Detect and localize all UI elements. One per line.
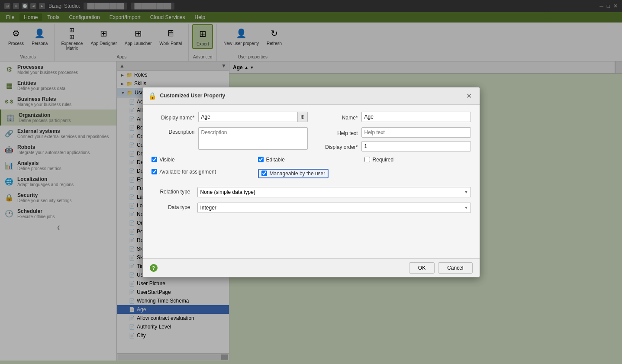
- required-checkbox[interactable]: [364, 157, 370, 162]
- checkboxes-row: Visible Available for assignment Editabl…: [151, 157, 471, 182]
- modal-footer-right: OK Cancel: [409, 262, 473, 274]
- form-row-relation-type: Relation type None (simple data type): [151, 187, 471, 197]
- checkbox-editable-row: Editable: [258, 157, 364, 163]
- form-right-fields: Help text Display order*: [315, 127, 471, 151]
- form-row-data-type: Data type Integer String Boolean DateTim…: [151, 203, 471, 213]
- modal-customized-user-property: 🔒 Customized User Property ✕ Display nam…: [142, 87, 480, 277]
- form-description-section: Description: [151, 127, 308, 150]
- form-display-name-section: Display name* ⊕: [151, 112, 308, 122]
- display-order-row: Display order*: [315, 141, 471, 151]
- visible-checkbox[interactable]: [151, 157, 157, 162]
- visible-label: Visible: [160, 157, 175, 163]
- modal-footer: ? OK Cancel: [143, 258, 480, 277]
- manageable-by-user-label: Manageable by the user: [270, 171, 326, 177]
- checkboxes-middle: Editable Manageable by the user: [258, 157, 364, 182]
- display-order-input[interactable]: [361, 141, 471, 151]
- modal-footer-left: ?: [150, 264, 158, 272]
- display-name-label: Display name*: [151, 113, 195, 121]
- editable-checkbox[interactable]: [258, 157, 264, 162]
- checkboxes-left: Visible Available for assignment: [151, 157, 258, 182]
- form-row-display-name: Display name* ⊕ Name*: [151, 112, 471, 122]
- modal-body: Display name* ⊕ Name* Description: [143, 105, 480, 258]
- modal-title-text: Customized User Property: [160, 93, 226, 99]
- ok-button[interactable]: OK: [409, 262, 435, 274]
- display-order-label: Display order*: [315, 142, 358, 150]
- checkbox-available-row: Available for assignment: [151, 169, 258, 175]
- form-row-description: Description Help text Display order*: [151, 127, 471, 151]
- modal-header-icon: 🔒: [148, 92, 157, 100]
- display-name-btn[interactable]: ⊕: [298, 112, 308, 122]
- relation-type-select[interactable]: None (simple data type): [197, 187, 471, 197]
- help-text-input[interactable]: [361, 127, 471, 138]
- modal-overlay: 🔒 Customized User Property ✕ Display nam…: [0, 0, 622, 364]
- manageable-by-user-checkbox[interactable]: [261, 171, 267, 176]
- name-input[interactable]: [361, 112, 471, 122]
- modal-header: 🔒 Customized User Property ✕: [143, 87, 480, 105]
- description-textarea[interactable]: [198, 127, 308, 150]
- available-for-assignment-label: Available for assignment: [160, 169, 216, 175]
- description-label: Description: [151, 127, 195, 135]
- data-type-select[interactable]: Integer String Boolean DateTime Decimal: [197, 203, 471, 213]
- cancel-button[interactable]: Cancel: [438, 262, 472, 274]
- name-label: Name*: [315, 113, 358, 121]
- checkboxes-right: Required: [364, 157, 471, 182]
- relation-type-select-wrapper: None (simple data type): [197, 187, 471, 197]
- manageable-by-user-highlight-box: Manageable by the user: [258, 169, 329, 178]
- display-name-input-wrapper: ⊕: [198, 112, 308, 122]
- help-text-row: Help text: [315, 127, 471, 138]
- modal-header-title: 🔒 Customized User Property: [148, 92, 226, 100]
- checkbox-visible-row: Visible: [151, 157, 258, 163]
- editable-label: Editable: [266, 157, 285, 163]
- display-name-input[interactable]: [198, 112, 298, 122]
- help-icon[interactable]: ?: [150, 264, 158, 272]
- form-name-section: Name*: [315, 112, 471, 122]
- available-for-assignment-checkbox[interactable]: [151, 169, 157, 174]
- relation-type-label: Relation type: [151, 187, 190, 195]
- data-type-select-wrapper: Integer String Boolean DateTime Decimal: [197, 203, 471, 213]
- required-label: Required: [373, 157, 394, 163]
- checkbox-manageable-row: Manageable by the user: [258, 169, 364, 178]
- checkbox-required-row: Required: [364, 157, 471, 163]
- data-type-label: Data type: [151, 203, 190, 210]
- modal-close-btn[interactable]: ✕: [464, 91, 474, 101]
- help-text-label: Help text: [315, 129, 358, 136]
